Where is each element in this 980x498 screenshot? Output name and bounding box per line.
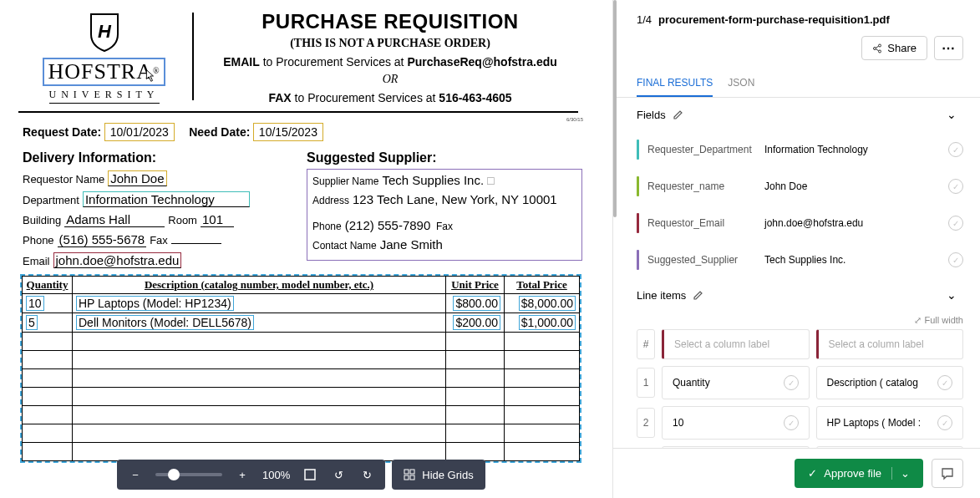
column-label-row: # bbox=[637, 329, 963, 359]
chat-button[interactable] bbox=[932, 459, 963, 488]
field-row[interactable]: Suggested_SupplierTech Supplies Inc.✓ bbox=[637, 241, 963, 278]
field-name: Requester_Department bbox=[647, 144, 756, 155]
chat-icon bbox=[940, 466, 955, 481]
form-id: 6/30/15 bbox=[566, 117, 583, 122]
line-item-cell[interactable]: HP Laptops ( Model :✓ bbox=[816, 406, 964, 440]
phone-label: Phone bbox=[23, 234, 54, 246]
line-item-cell[interactable]: Quantity✓ bbox=[662, 366, 810, 399]
hide-grids-button[interactable]: Hide Grids bbox=[392, 460, 485, 490]
sup-name-value: Tech Supplies Inc. bbox=[382, 173, 484, 187]
document-page: H HOFSTRA® UNIVERSITY PURCHASE REQUISITI… bbox=[10, 0, 595, 485]
hide-grids-label: Hide Grids bbox=[422, 469, 473, 481]
svg-point-8 bbox=[879, 50, 881, 53]
tabs: FINAL RESULTS JSON bbox=[613, 70, 980, 98]
edit-icon[interactable] bbox=[673, 109, 684, 120]
zoom-controls: − + 100% ↺ ↻ bbox=[117, 460, 385, 490]
requestor-label: Requestor Name bbox=[23, 173, 104, 185]
svg-text:H: H bbox=[98, 21, 112, 42]
field-value: Tech Supplies Inc. bbox=[764, 254, 940, 266]
col-total: Total Price bbox=[505, 277, 580, 294]
approve-field-button[interactable]: ✓ bbox=[948, 179, 963, 194]
zoom-slider[interactable] bbox=[155, 473, 222, 476]
full-width-toggle[interactable]: ⤢ Full width bbox=[637, 312, 963, 329]
room-value: 101 bbox=[201, 212, 234, 227]
line-item-cell[interactable]: 10✓ bbox=[662, 406, 810, 440]
approve-field-button[interactable]: ✓ bbox=[948, 142, 963, 157]
table-cell: $200.00 bbox=[446, 313, 505, 333]
field-row[interactable]: Requester_nameJohn Doe✓ bbox=[637, 168, 963, 205]
svg-rect-5 bbox=[410, 475, 414, 480]
column-label-input[interactable] bbox=[662, 329, 810, 359]
fields-header: Fields ⌄ bbox=[613, 98, 980, 131]
sup-contact-value: Jane Smith bbox=[380, 237, 443, 252]
field-name: Suggested_Supplier bbox=[647, 254, 756, 266]
email-line: EMAIL to Procurement Services at Purchas… bbox=[211, 55, 570, 69]
field-row[interactable]: Requester_DepartmentInformation Technolo… bbox=[637, 131, 963, 168]
approve-cell-button[interactable]: ✓ bbox=[784, 415, 799, 430]
fields-title: Fields bbox=[637, 109, 666, 121]
chevron-down-icon[interactable]: ⌄ bbox=[947, 288, 957, 302]
line-items-title: Line items bbox=[637, 289, 686, 302]
tab-json[interactable]: JSON bbox=[728, 70, 754, 97]
chevron-down-icon[interactable]: ⌄ bbox=[947, 108, 957, 121]
supplier-section: Suggested Supplier: Supplier NameTech Su… bbox=[307, 150, 582, 261]
chevron-down-icon[interactable]: ⌄ bbox=[891, 467, 910, 480]
phone-value: (516) 555-5678 bbox=[58, 232, 147, 247]
rotate-left-button[interactable]: ↺ bbox=[330, 466, 347, 483]
request-date-value: 10/01/2023 bbox=[104, 123, 175, 141]
table-cell: 5 bbox=[23, 313, 73, 333]
fax-label: Fax bbox=[150, 234, 168, 246]
line-item-row: 1Quantity✓Description ( catalog✓ bbox=[637, 366, 963, 399]
bottom-bar: ✓ Approve file⌄ bbox=[613, 448, 980, 498]
scrollbar[interactable] bbox=[613, 0, 617, 217]
cursor-icon bbox=[142, 69, 157, 84]
rotate-right-button[interactable]: ↻ bbox=[358, 466, 375, 483]
color-indicator bbox=[637, 213, 639, 233]
supplier-box: Supplier NameTech Supplies Inc. ☐ Addres… bbox=[307, 169, 582, 261]
svg-rect-3 bbox=[410, 470, 414, 474]
color-indicator bbox=[637, 176, 639, 196]
line-item-cell[interactable]: Description ( catalog✓ bbox=[816, 366, 964, 399]
sup-addr-value: 123 Tech Lane, New York, NY 10001 bbox=[353, 192, 557, 206]
fit-button[interactable] bbox=[302, 466, 318, 483]
need-date-label: Need Date: bbox=[189, 125, 250, 139]
svg-rect-1 bbox=[305, 470, 315, 480]
dept-value: Information Technology bbox=[83, 191, 250, 207]
document-viewer: H HOFSTRA® UNIVERSITY PURCHASE REQUISITI… bbox=[0, 0, 612, 498]
approve-field-button[interactable]: ✓ bbox=[948, 252, 963, 267]
approve-cell-button[interactable]: ✓ bbox=[784, 375, 799, 390]
edit-icon[interactable] bbox=[693, 289, 704, 301]
sup-name-label: Supplier Name bbox=[312, 175, 378, 187]
field-name: Requestor_Email bbox=[647, 217, 756, 229]
shield-icon: H bbox=[87, 13, 122, 53]
approve-button[interactable]: ✓ Approve file⌄ bbox=[795, 459, 923, 488]
fax-line: FAX to Procurement Services at 516-463-4… bbox=[211, 91, 570, 105]
approve-cell-button[interactable]: ✓ bbox=[937, 375, 952, 390]
col-desc: Description (catalog number, model numbe… bbox=[73, 277, 446, 294]
zoom-out-button[interactable]: − bbox=[127, 466, 144, 483]
supplier-heading: Suggested Supplier: bbox=[307, 150, 582, 165]
sup-fax-label: Fax bbox=[436, 221, 453, 232]
filename-display: 1/4procurement-form-purchase-requisition… bbox=[637, 13, 890, 26]
hr bbox=[18, 111, 578, 113]
col-hash: # bbox=[637, 329, 655, 359]
approve-field-button[interactable]: ✓ bbox=[948, 216, 963, 231]
approve-cell-button[interactable]: ✓ bbox=[937, 415, 952, 430]
field-row[interactable]: Requestor_Emailjohn.doe@hofstra.edu✓ bbox=[637, 205, 963, 241]
share-button[interactable]: Share bbox=[861, 36, 927, 60]
more-button[interactable]: ⋯ bbox=[934, 36, 963, 60]
results-panel: 1/4procurement-form-purchase-requisition… bbox=[612, 0, 980, 498]
page-subtitle: (THIS IS NOT A PURCHASE ORDER) bbox=[211, 37, 570, 50]
email-value: john.doe@hofstra.edu bbox=[53, 252, 182, 268]
room-label: Room bbox=[168, 214, 197, 226]
or-text: OR bbox=[211, 73, 570, 86]
zoom-in-button[interactable]: + bbox=[234, 466, 251, 483]
sup-contact-label: Contact Name bbox=[312, 240, 377, 252]
table-cell: 10 bbox=[23, 294, 73, 313]
line-item-row: 210✓HP Laptops ( Model :✓ bbox=[637, 406, 963, 440]
requestor-value: John Doe bbox=[108, 170, 166, 186]
university-text: UNIVERSITY bbox=[49, 89, 160, 104]
column-label-input[interactable] bbox=[816, 329, 964, 359]
tab-final-results[interactable]: FINAL RESULTS bbox=[637, 70, 713, 97]
title-block: PURCHASE REQUISITION (THIS IS NOT A PURC… bbox=[211, 10, 570, 105]
